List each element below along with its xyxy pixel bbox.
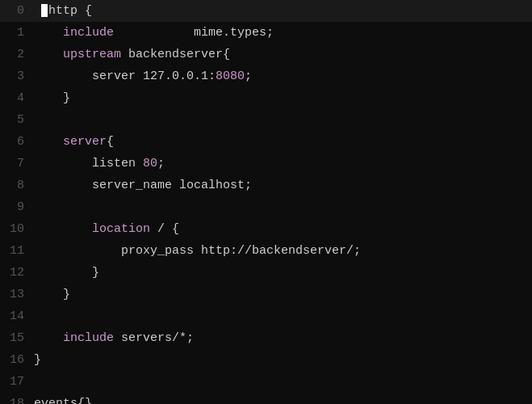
line-number-0: 0 [0, 0, 34, 22]
line-number-12: 12 [0, 262, 34, 284]
line-number-3: 3 [0, 65, 34, 87]
line-number-8: 8 [0, 175, 34, 196]
line-content-8: server_name localhost; [34, 175, 252, 196]
code-line-10: 10 location / { [0, 218, 532, 240]
code-line-3: 3 server 127.0.0.1:8080; [0, 65, 532, 87]
code-line-16: 16 } [0, 349, 532, 371]
line-content-11: proxy_pass http://backendserver/; [34, 240, 361, 262]
line-number-7: 7 [0, 153, 34, 175]
line-number-14: 14 [0, 305, 34, 327]
code-line-6: 6 server{ [0, 131, 532, 153]
line-content-18: events{} [34, 393, 92, 404]
code-line-5: 5 [0, 109, 532, 131]
line-content-12: } [34, 262, 99, 284]
code-line-1: 1 include mime.types; [0, 22, 532, 44]
line-content-16: } [34, 349, 41, 371]
line-content-1: include mime.types; [34, 22, 274, 44]
code-line-2: 2 upstream backendserver{ [0, 44, 532, 65]
code-line-0: 0 http { [0, 0, 532, 22]
code-line-15: 15 include servers/*; [0, 327, 532, 349]
code-line-8: 8 server_name localhost; [0, 175, 532, 196]
line-number-4: 4 [0, 87, 34, 109]
line-number-2: 2 [0, 44, 34, 65]
code-line-4: 4 } [0, 87, 532, 109]
line-number-16: 16 [0, 349, 34, 371]
line-number-18: 18 [0, 393, 34, 404]
code-line-17: 17 [0, 371, 532, 393]
line-number-13: 13 [0, 284, 34, 305]
line-content-13: } [34, 284, 70, 305]
line-number-15: 15 [0, 327, 34, 349]
code-line-12: 12 } [0, 262, 532, 284]
line-number-5: 5 [0, 109, 34, 131]
line-number-17: 17 [0, 371, 34, 393]
line-number-1: 1 [0, 22, 34, 44]
code-line-13: 13 } [0, 284, 532, 305]
code-line-7: 7 listen 80; [0, 153, 532, 175]
line-number-9: 9 [0, 196, 34, 218]
code-line-11: 11 proxy_pass http://backendserver/; [0, 240, 532, 262]
line-number-11: 11 [0, 240, 34, 262]
line-content-3: server 127.0.0.1:8080; [34, 65, 252, 87]
line-number-10: 10 [0, 218, 34, 240]
line-content-4: } [34, 87, 70, 109]
line-content-15: include servers/*; [34, 327, 194, 349]
line-content-10: location / { [34, 218, 179, 240]
code-line-18: 18 events{} [0, 393, 532, 404]
line-content-7: listen 80; [34, 153, 165, 175]
line-content-0: http { [34, 0, 92, 22]
code-editor: 0 http { 1 include mime.types; 2 upstrea… [0, 0, 532, 404]
line-content-6: server{ [34, 131, 114, 153]
code-line-9: 9 [0, 196, 532, 218]
cursor [41, 4, 48, 17]
line-number-6: 6 [0, 131, 34, 153]
code-line-14: 14 [0, 305, 532, 327]
line-content-2: upstream backendserver{ [34, 44, 230, 65]
